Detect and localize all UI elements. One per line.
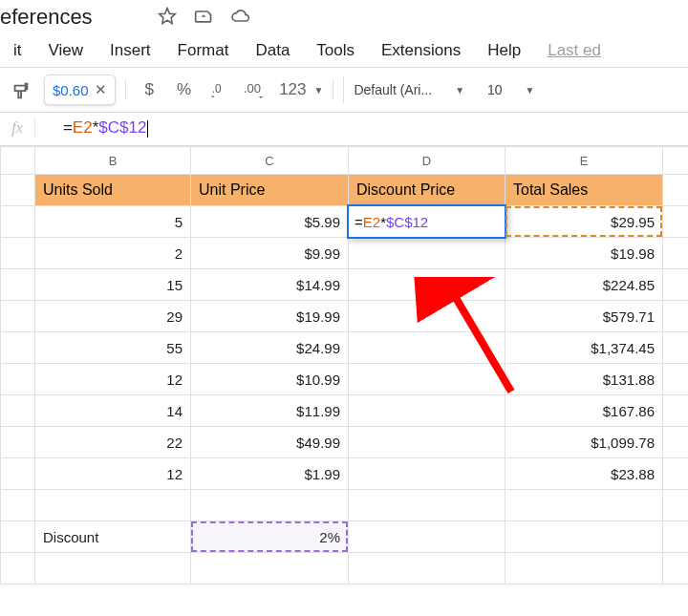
cell[interactable]: 14 xyxy=(35,395,191,427)
cell[interactable]: 15 xyxy=(35,269,191,301)
cell[interactable]: $9.99 xyxy=(191,238,349,269)
cell[interactable]: 12 xyxy=(35,458,191,490)
cell[interactable]: $10.99 xyxy=(191,364,349,395)
header-units-sold[interactable]: Units Sold xyxy=(35,175,191,206)
font-size-select[interactable]: 10 ▼ xyxy=(478,82,544,97)
cell[interactable]: $19.98 xyxy=(505,238,663,269)
font-family-select[interactable]: Default (Ari... ▼ xyxy=(343,76,474,103)
cell[interactable] xyxy=(349,301,505,332)
cell[interactable] xyxy=(505,490,663,521)
close-icon[interactable]: ✕ xyxy=(95,81,107,98)
col-header[interactable] xyxy=(663,147,689,175)
cell[interactable] xyxy=(349,458,505,490)
menu-format[interactable]: Format xyxy=(164,41,243,60)
svg-text:.00: .00 xyxy=(244,81,261,96)
currency-button[interactable]: $ xyxy=(136,80,163,99)
cell[interactable]: $167.86 xyxy=(505,395,663,427)
cell[interactable]: 22 xyxy=(35,427,191,458)
cell[interactable]: $49.99 xyxy=(191,427,349,458)
formula-preview[interactable]: $0.60 ✕ xyxy=(44,74,116,105)
chevron-down-icon: ▼ xyxy=(455,85,464,96)
chevron-down-icon: ▼ xyxy=(526,85,535,96)
more-formats-button[interactable]: 123 ▼ xyxy=(273,80,323,99)
discount-label-cell[interactable]: Discount xyxy=(35,521,191,553)
cell[interactable] xyxy=(349,332,505,364)
menu-bar: it View Insert Format Data Tools Extensi… xyxy=(0,34,688,67)
cell[interactable] xyxy=(505,553,663,584)
cell[interactable] xyxy=(349,238,505,269)
menu-data[interactable]: Data xyxy=(242,41,303,60)
paint-format-icon[interactable] xyxy=(6,75,36,104)
menu-edit[interactable]: it xyxy=(0,41,35,60)
col-header-c[interactable]: C xyxy=(191,147,349,175)
increase-decimal-icon[interactable]: .00 xyxy=(239,75,269,104)
cell[interactable] xyxy=(191,553,349,584)
cell[interactable] xyxy=(349,553,505,584)
last-edit-link[interactable]: Last ed xyxy=(534,41,614,60)
cell[interactable]: $579.71 xyxy=(505,301,663,332)
cell[interactable] xyxy=(349,364,505,395)
percent-button[interactable]: % xyxy=(167,80,201,99)
menu-extensions[interactable]: Extensions xyxy=(368,41,474,60)
cell[interactable]: $5.99 xyxy=(191,206,349,238)
cell[interactable] xyxy=(349,269,505,301)
col-header-e[interactable]: E xyxy=(505,147,663,175)
menu-insert[interactable]: Insert xyxy=(97,41,164,60)
cell[interactable] xyxy=(349,490,505,521)
cell[interactable]: $224.85 xyxy=(505,269,663,301)
formula-preview-value: $0.60 xyxy=(53,82,89,98)
cell[interactable]: 2 xyxy=(35,238,191,269)
menu-tools[interactable]: Tools xyxy=(303,41,368,60)
discount-value-cell[interactable]: 2% xyxy=(191,521,349,553)
cell[interactable]: 5 xyxy=(35,206,191,238)
cell[interactable]: $29.95 xyxy=(505,206,663,238)
cell[interactable]: $1,099.78 xyxy=(505,427,663,458)
cell[interactable]: $1.99 xyxy=(191,458,349,490)
menu-help[interactable]: Help xyxy=(474,41,534,60)
decrease-decimal-icon[interactable]: .0 xyxy=(204,75,235,104)
col-header[interactable] xyxy=(1,147,35,175)
cell[interactable] xyxy=(505,521,663,553)
svg-text:.0: .0 xyxy=(212,82,222,96)
cell[interactable]: 12 xyxy=(35,364,191,395)
cell[interactable] xyxy=(191,490,349,521)
cell[interactable]: $23.88 xyxy=(505,458,663,490)
cell[interactable]: 29 xyxy=(35,301,191,332)
doc-title[interactable]: eferences xyxy=(0,5,148,30)
spreadsheet-grid[interactable]: B C D E Units Sold Unit Price Discount P… xyxy=(0,145,688,584)
cell[interactable]: $131.88 xyxy=(505,364,663,395)
formula-bar[interactable]: =E2*$C$12 xyxy=(35,99,148,157)
cell[interactable] xyxy=(349,395,505,427)
chevron-down-icon: ▼ xyxy=(314,85,324,96)
fx-icon[interactable]: fx xyxy=(0,119,34,137)
move-icon[interactable] xyxy=(194,7,213,29)
cell[interactable]: $1,374.45 xyxy=(505,332,663,364)
header-total-sales[interactable]: Total Sales xyxy=(505,175,663,206)
cell[interactable] xyxy=(349,427,505,458)
star-icon[interactable] xyxy=(158,7,177,29)
cell[interactable]: $11.99 xyxy=(191,395,349,427)
col-header-d[interactable]: D xyxy=(349,147,505,175)
header-unit-price[interactable]: Unit Price xyxy=(191,175,349,206)
cell[interactable] xyxy=(35,490,191,521)
cell-editing[interactable]: =E2*$C$12 xyxy=(349,206,505,238)
cell[interactable] xyxy=(349,521,505,553)
cell[interactable] xyxy=(35,553,191,584)
cloud-icon[interactable] xyxy=(230,7,251,29)
cell[interactable]: 55 xyxy=(35,332,191,364)
cell[interactable]: $19.99 xyxy=(191,301,349,332)
cell[interactable]: $24.99 xyxy=(191,332,349,364)
menu-view[interactable]: View xyxy=(35,41,97,60)
svg-marker-0 xyxy=(160,8,176,23)
header-discount-price[interactable]: Discount Price xyxy=(349,175,505,206)
cell[interactable]: $14.99 xyxy=(191,269,349,301)
